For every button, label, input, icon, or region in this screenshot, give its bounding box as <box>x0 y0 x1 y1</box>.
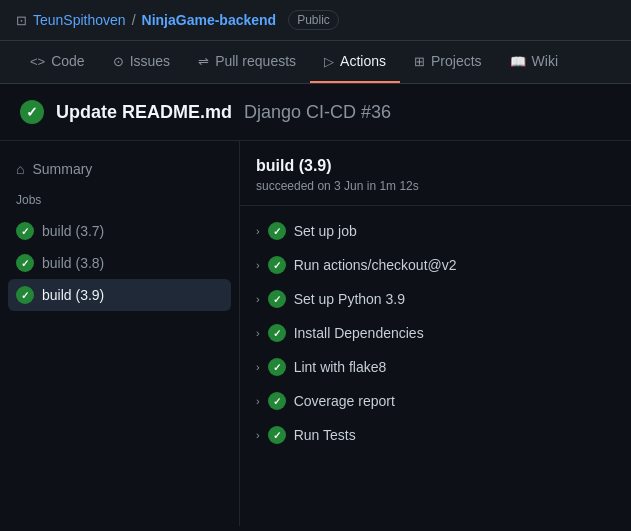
sidebar-item-build-37-label: build (3.7) <box>42 223 104 239</box>
job-steps: › Set up job › Run actions/checkout@v2 ›… <box>240 206 631 460</box>
code-icon: <> <box>30 54 45 69</box>
page-title: Update README.md <box>56 102 232 123</box>
tab-wiki-label: Wiki <box>532 53 558 69</box>
sidebar-summary[interactable]: ⌂ Summary <box>0 153 239 189</box>
tab-pull-requests-label: Pull requests <box>215 53 296 69</box>
job-header: build (3.9) succeeded on 3 Jun in 1m 12s <box>240 157 631 206</box>
step-success-icon <box>268 222 286 240</box>
page-header: Update README.md Django CI-CD #36 <box>0 84 631 141</box>
tab-projects[interactable]: ⊞ Projects <box>400 41 496 83</box>
step-label: Set up Python 3.9 <box>294 291 405 307</box>
tab-issues[interactable]: ⊙ Issues <box>99 41 184 83</box>
tab-code[interactable]: <> Code <box>16 41 99 83</box>
step-lint[interactable]: › Lint with flake8 <box>240 350 631 384</box>
page-title-sub: Django CI-CD #36 <box>244 102 391 123</box>
actions-icon: ▷ <box>324 54 334 69</box>
step-success-icon <box>268 256 286 274</box>
step-success-icon <box>268 358 286 376</box>
sidebar-item-build-37[interactable]: build (3.7) <box>0 215 239 247</box>
step-install-deps[interactable]: › Install Dependencies <box>240 316 631 350</box>
step-coverage[interactable]: › Coverage report <box>240 384 631 418</box>
step-label: Lint with flake8 <box>294 359 387 375</box>
step-label: Install Dependencies <box>294 325 424 341</box>
step-label: Coverage report <box>294 393 395 409</box>
chevron-icon: › <box>256 327 260 339</box>
success-icon-build-39 <box>16 286 34 304</box>
step-setup-python[interactable]: › Set up Python 3.9 <box>240 282 631 316</box>
success-icon-build-37 <box>16 222 34 240</box>
job-title: build (3.9) <box>256 157 615 175</box>
jobs-section-label: Jobs <box>0 189 239 215</box>
projects-icon: ⊞ <box>414 54 425 69</box>
main-content: ⌂ Summary Jobs build (3.7) build (3.8) b… <box>0 141 631 526</box>
pull-requests-icon: ⇌ <box>198 54 209 69</box>
tab-projects-label: Projects <box>431 53 482 69</box>
repo-owner[interactable]: TeunSpithoven <box>33 12 126 28</box>
step-checkout[interactable]: › Run actions/checkout@v2 <box>240 248 631 282</box>
step-success-icon <box>268 392 286 410</box>
top-bar: ⊡ TeunSpithoven / NinjaGame-backend Publ… <box>0 0 631 41</box>
step-label: Run actions/checkout@v2 <box>294 257 457 273</box>
sidebar-item-build-39-label: build (3.9) <box>42 287 104 303</box>
sidebar-summary-label: Summary <box>32 161 92 177</box>
step-success-icon <box>268 290 286 308</box>
success-icon-build-38 <box>16 254 34 272</box>
repo-separator: / <box>132 12 136 28</box>
repo-icon: ⊡ <box>16 13 27 28</box>
tab-issues-label: Issues <box>130 53 170 69</box>
tab-actions[interactable]: ▷ Actions <box>310 41 400 83</box>
public-badge: Public <box>288 10 339 30</box>
sidebar-item-build-38[interactable]: build (3.8) <box>0 247 239 279</box>
step-run-tests[interactable]: › Run Tests <box>240 418 631 452</box>
step-label: Run Tests <box>294 427 356 443</box>
tab-actions-label: Actions <box>340 53 386 69</box>
status-icon-large <box>20 100 44 124</box>
step-success-icon <box>268 324 286 342</box>
tab-wiki[interactable]: 📖 Wiki <box>496 41 572 83</box>
sidebar-item-build-38-label: build (3.8) <box>42 255 104 271</box>
sidebar-item-build-39[interactable]: build (3.9) <box>8 279 231 311</box>
chevron-icon: › <box>256 259 260 271</box>
step-label: Set up job <box>294 223 357 239</box>
chevron-icon: › <box>256 429 260 441</box>
chevron-icon: › <box>256 225 260 237</box>
issues-icon: ⊙ <box>113 54 124 69</box>
sidebar: ⌂ Summary Jobs build (3.7) build (3.8) b… <box>0 141 240 526</box>
tab-pull-requests[interactable]: ⇌ Pull requests <box>184 41 310 83</box>
chevron-icon: › <box>256 361 260 373</box>
job-subtitle: succeeded on 3 Jun in 1m 12s <box>256 179 615 193</box>
step-success-icon <box>268 426 286 444</box>
chevron-icon: › <box>256 395 260 407</box>
tab-code-label: Code <box>51 53 84 69</box>
right-panel: build (3.9) succeeded on 3 Jun in 1m 12s… <box>240 141 631 526</box>
repo-name[interactable]: NinjaGame-backend <box>142 12 277 28</box>
wiki-icon: 📖 <box>510 54 526 69</box>
home-icon: ⌂ <box>16 161 24 177</box>
nav-tabs: <> Code ⊙ Issues ⇌ Pull requests ▷ Actio… <box>0 41 631 84</box>
step-setup-job[interactable]: › Set up job <box>240 214 631 248</box>
chevron-icon: › <box>256 293 260 305</box>
